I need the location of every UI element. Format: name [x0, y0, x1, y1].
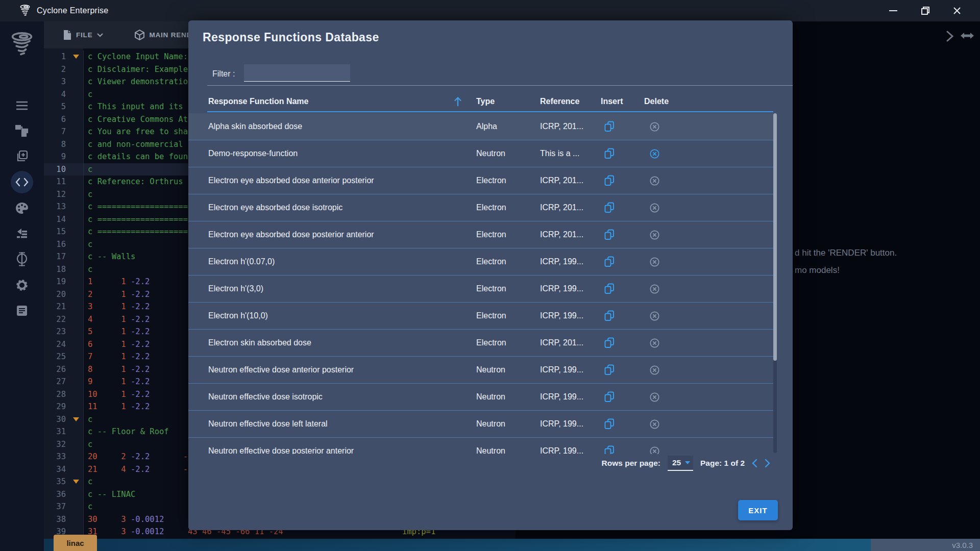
- table-row[interactable]: Electron skin absorbed dose Electron ICR…: [188, 330, 773, 357]
- insert-icon[interactable]: [604, 175, 615, 186]
- table-scrollbar[interactable]: [773, 113, 777, 453]
- line-number: 1: [44, 51, 69, 63]
- line-number: 22: [44, 313, 69, 326]
- scrollbar-thumb[interactable]: [773, 113, 777, 361]
- next-page-button[interactable]: [765, 459, 770, 468]
- line-number: 24: [44, 338, 69, 351]
- settings-button[interactable]: [0, 274, 44, 296]
- line-number: 4: [44, 88, 69, 101]
- close-icon: [953, 7, 961, 15]
- fold-gutter-space: [69, 188, 83, 201]
- modal-title: Response Functions Database: [203, 31, 379, 44]
- delete-icon[interactable]: [649, 148, 660, 159]
- fold-gutter-space: [69, 276, 83, 288]
- insert-icon[interactable]: [604, 256, 615, 267]
- table-row[interactable]: Electron h'(3,0) Electron ICRP, 199...: [188, 276, 773, 303]
- delete-icon[interactable]: [649, 230, 660, 240]
- insert-icon[interactable]: [604, 337, 615, 348]
- code-text: c Creative Commons At: [83, 113, 188, 126]
- materials-palette-button[interactable]: [0, 197, 44, 219]
- line-number: 19: [44, 276, 69, 288]
- column-header-name[interactable]: Response Function Name: [208, 97, 308, 106]
- delete-icon[interactable]: [649, 257, 660, 267]
- expand-horizontal-icon[interactable]: [961, 32, 974, 40]
- delete-icon[interactable]: [649, 176, 660, 186]
- column-header-reference[interactable]: Reference: [540, 97, 601, 106]
- fold-toggle[interactable]: [69, 51, 83, 63]
- delete-icon[interactable]: [649, 419, 660, 430]
- line-number: 3: [44, 76, 69, 88]
- fold-gutter-space: [69, 126, 83, 138]
- close-button[interactable]: [948, 2, 966, 19]
- table-row[interactable]: Neutron effective dose left lateral Neut…: [188, 411, 773, 438]
- geometry-tree-button[interactable]: [0, 119, 44, 142]
- maximize-button[interactable]: [917, 2, 934, 19]
- insert-icon[interactable]: [604, 148, 615, 159]
- insert-icon[interactable]: [604, 121, 615, 132]
- log-document-button[interactable]: [0, 299, 44, 322]
- delete-icon[interactable]: [649, 338, 660, 348]
- insert-icon[interactable]: [604, 391, 615, 403]
- code-text: 10 1 -2.2 -5: [83, 388, 198, 401]
- file-tab-linac[interactable]: linac: [54, 535, 97, 551]
- settings-gear-icon: [15, 279, 29, 292]
- code-text: c and non-commercial: [83, 138, 183, 151]
- table-row[interactable]: Alpha skin absorbed dose Alpha ICRP, 201…: [188, 113, 773, 140]
- insert-icon[interactable]: [604, 229, 615, 240]
- delete-icon[interactable]: [649, 365, 660, 375]
- delete-icon[interactable]: [649, 311, 660, 321]
- menu-button[interactable]: [0, 94, 44, 117]
- table-row[interactable]: Electron eye absorbed dose isotropic Ele…: [188, 194, 773, 221]
- axes-button[interactable]: [0, 248, 44, 270]
- transform-button[interactable]: [0, 222, 44, 245]
- table-row[interactable]: Demo-response-function Neutron This is a…: [188, 140, 773, 167]
- table-row[interactable]: Electron eye absorbed dose posterior ant…: [188, 221, 773, 248]
- table-row[interactable]: Electron h'(10,0) Electron ICRP, 199...: [188, 303, 773, 330]
- fold-gutter-space: [69, 488, 83, 501]
- code-text: c You are free to sha: [83, 126, 188, 138]
- table-row[interactable]: Electron eye absorbed dose anterior post…: [188, 167, 773, 194]
- exit-button[interactable]: EXIT: [738, 500, 778, 520]
- code-text: c: [83, 413, 92, 426]
- insert-icon[interactable]: [604, 283, 615, 294]
- geometry-tree-icon: [15, 124, 29, 137]
- line-number: 33: [44, 450, 69, 463]
- fold-toggle[interactable]: [69, 413, 83, 426]
- main-render-button[interactable]: MAIN REND: [135, 30, 192, 40]
- delete-icon[interactable]: [649, 284, 660, 294]
- rows-per-page-select[interactable]: 25: [668, 456, 693, 471]
- header-underline: [207, 111, 773, 112]
- fold-gutter-space: [69, 350, 83, 363]
- cell-reference: ICRP, 199...: [540, 284, 601, 293]
- code-text: c: [83, 88, 92, 101]
- table-row[interactable]: Neutron effective dose posterior anterio…: [188, 438, 773, 454]
- code-editor-button[interactable]: [0, 171, 44, 193]
- cell-name: Demo-response-function: [208, 149, 476, 158]
- filter-input[interactable]: [244, 64, 350, 82]
- insert-icon[interactable]: [604, 364, 615, 375]
- sidebar-tornado-logo: [9, 30, 35, 59]
- delete-icon[interactable]: [649, 392, 660, 403]
- insert-icon[interactable]: [604, 418, 615, 430]
- delete-icon[interactable]: [649, 203, 660, 213]
- sort-ascending-icon[interactable]: [454, 96, 462, 107]
- insert-icon[interactable]: [604, 445, 615, 454]
- table-row[interactable]: Electron h'(0.07,0) Electron ICRP, 199..…: [188, 248, 773, 276]
- insert-icon[interactable]: [604, 202, 615, 213]
- previous-page-button[interactable]: [752, 459, 757, 468]
- table-row[interactable]: Neutron effective dose isotropic Neutron…: [188, 384, 773, 411]
- panel-collapse-chevron-icon[interactable]: [946, 31, 953, 42]
- page-indicator: Page: 1 of 2: [700, 459, 745, 468]
- fold-toggle[interactable]: [69, 475, 83, 488]
- delete-icon[interactable]: [649, 121, 660, 132]
- column-header-type[interactable]: Type: [476, 97, 540, 106]
- add-model-button[interactable]: [0, 145, 44, 167]
- minimize-button[interactable]: [885, 2, 902, 19]
- cell-reference: ICRP, 201...: [540, 338, 601, 347]
- fold-gutter-space: [69, 300, 83, 313]
- delete-icon[interactable]: [649, 446, 660, 455]
- table-row[interactable]: Neutron effective dose anterior posterio…: [188, 357, 773, 384]
- line-number: 6: [44, 113, 69, 126]
- insert-icon[interactable]: [604, 310, 615, 321]
- file-menu-button[interactable]: FILE: [63, 30, 103, 40]
